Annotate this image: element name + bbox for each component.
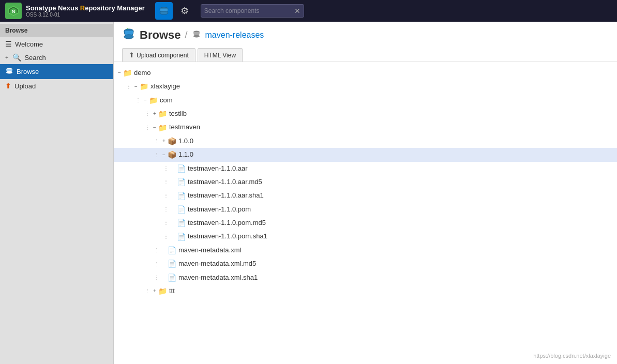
sidebar: Browse ☰ Welcome + 🔍 Search Browse ⬆ Upl… [0,22,114,364]
tree-node-ttt[interactable]: ⋮ + 📁 ttt [114,284,617,298]
breadcrumb-repo-icon [192,29,201,41]
search-icon: 🔍 [12,53,21,62]
file-icon-5: 📄 [177,217,186,229]
topbar: N Sonatype Nexus Repository Manager OSS … [0,0,617,22]
browse-nav-icon[interactable] [155,2,173,20]
toggle-testlib[interactable]: + [151,110,158,118]
pkg-icon-v100: 📦 [168,135,176,147]
tree-node-demo[interactable]: − 📁 demo [114,66,617,80]
toggle-ttt[interactable]: + [151,287,158,295]
upload-btn-label: Upload component [137,52,189,59]
sidebar-item-search[interactable]: + 🔍 Search [0,51,113,64]
folder-icon-testmaven: 📁 [158,122,167,133]
browse-breadcrumb-icon [122,27,136,43]
tree-label-file6: testmaven-1.1.0.pom.sha1 [188,231,267,242]
content-header: Browse / maven-releases ⬆ Upload compone… [114,22,617,62]
breadcrumb-repo-label: maven-releases [205,31,264,40]
upload-component-button[interactable]: ⬆ Upload component [122,48,195,62]
toggle-v100[interactable]: + [160,137,168,145]
search-expand-icon: + [5,54,8,60]
tree-node-file1[interactable]: ⋮ 📄 testmaven-1.1.0.aar [114,162,617,175]
app-title: Sonatype Nexus Repository Manager [26,4,145,12]
tree-node-meta3[interactable]: ⋮ 📄 maven-metadata.xml.sha1 [114,271,617,284]
tree-label-v100: 1.0.0 [178,136,193,147]
tree-label-v110: 1.1.0 [178,149,193,160]
breadcrumb-browse-label: Browse [140,28,180,42]
tree-label-com: com [160,95,173,106]
logo-icon: N [5,3,22,19]
tree-area: − 📁 demo ⋮ − 📁 xlaxlayige ⋮ − 📁 com [114,62,617,364]
settings-nav-icon[interactable]: ⚙ [176,2,193,20]
file-icon-2: 📄 [177,176,186,188]
tree-label-testmaven: testmaven [169,122,200,133]
content-toolbar: ⬆ Upload component HTML View [122,48,609,62]
sidebar-item-browse-label: Browse [17,68,39,75]
toggle-testmaven[interactable]: − [151,124,158,132]
watermark: https://blog.csdn.net/xlaxlayige [533,353,611,359]
search-input[interactable] [204,7,294,14]
tree-node-file2[interactable]: ⋮ 📄 testmaven-1.1.0.aar.md5 [114,175,617,189]
tree-label-file2: testmaven-1.1.0.aar.md5 [188,177,262,188]
html-view-button[interactable]: HTML View [198,48,243,62]
tree-node-meta1[interactable]: ⋮ 📄 maven-metadata.xml [114,244,617,257]
sidebar-item-welcome[interactable]: ☰ Welcome [0,37,113,51]
app-version: OSS 3.12.0-01 [26,12,145,18]
toggle-v110[interactable]: − [160,151,168,159]
main-layout: Browse ☰ Welcome + 🔍 Search Browse ⬆ Upl… [0,22,617,364]
file-icon-4: 📄 [177,204,186,215]
tree-node-file4[interactable]: ⋮ 📄 testmaven-1.1.0.pom [114,203,617,216]
sidebar-item-search-label: Search [24,54,46,62]
search-clear-icon[interactable]: ✕ [294,7,300,15]
nav-icons: ⚙ [155,2,193,20]
tree-label-demo: demo [134,68,151,79]
sidebar-section-title: Browse [0,24,113,37]
folder-icon-demo: 📁 [123,67,132,79]
tree-label-file5: testmaven-1.1.0.pom.md5 [188,218,266,229]
folder-icon-com: 📁 [149,95,158,106]
welcome-icon: ☰ [5,40,12,48]
upload-icon: ⬆ [5,82,11,90]
tree-label-file3: testmaven-1.1.0.aar.sha1 [188,190,264,201]
tree-label-testlib: testlib [169,109,187,119]
search-bar: ✕ [201,4,304,18]
svg-text:N: N [12,9,16,14]
tree-node-testmaven[interactable]: ⋮ − 📁 testmaven [114,121,617,134]
svg-point-10 [193,35,200,37]
sidebar-item-welcome-label: Welcome [15,40,43,48]
tree-node-v100[interactable]: ⋮ + 📦 1.0.0 [114,134,617,148]
tree-label-meta2: maven-metadata.xml.md5 [178,259,256,269]
sidebar-item-upload[interactable]: ⬆ Upload [0,79,113,93]
folder-icon-ttt: 📁 [158,285,167,297]
file-icon-meta2: 📄 [168,258,176,269]
tree-label-ttt: ttt [169,286,175,297]
sidebar-item-browse[interactable]: Browse [0,64,113,79]
file-icon-3: 📄 [177,190,186,202]
toggle-demo[interactable]: − [116,69,123,77]
tree-label-meta1: maven-metadata.xml [178,245,241,256]
tree-label-xlaxlayige: xlaxlayige [151,81,180,92]
svg-point-4 [160,11,168,14]
tree-node-com[interactable]: ⋮ − 📁 com [114,94,617,107]
folder-icon-testlib: 📁 [158,108,167,119]
tree-node-xlaxlayige[interactable]: ⋮ − 📁 xlaxlayige [114,80,617,93]
svg-point-8 [124,35,133,39]
tree-node-file6[interactable]: ⋮ 📄 testmaven-1.1.0.pom.sha1 [114,230,617,244]
tree-node-file5[interactable]: ⋮ 📄 testmaven-1.1.0.pom.md5 [114,216,617,230]
tree-node-file3[interactable]: ⋮ 📄 testmaven-1.1.0.aar.sha1 [114,189,617,203]
html-view-label: HTML View [204,52,236,59]
file-icon-meta1: 📄 [168,245,176,256]
breadcrumb-separator: / [185,29,187,40]
toggle-xlaxlayige[interactable]: − [132,83,140,91]
tree-label-file1: testmaven-1.1.0.aar [188,163,248,174]
app-title-block: Sonatype Nexus Repository Manager OSS 3.… [26,4,145,18]
tree-node-meta2[interactable]: ⋮ 📄 maven-metadata.xml.md5 [114,257,617,270]
file-icon-6: 📄 [177,231,186,242]
content-area: Browse / maven-releases ⬆ Upload compone… [114,22,617,364]
file-icon-meta3: 📄 [168,272,176,283]
tree-label-file4: testmaven-1.1.0.pom [188,204,251,215]
svg-point-6 [6,71,12,74]
folder-icon-xlaxlayige: 📁 [140,81,148,92]
toggle-com[interactable]: − [142,96,149,104]
tree-node-v110[interactable]: ⋮ − 📦 1.1.0 [114,148,617,161]
tree-node-testlib[interactable]: ⋮ + 📁 testlib [114,107,617,120]
